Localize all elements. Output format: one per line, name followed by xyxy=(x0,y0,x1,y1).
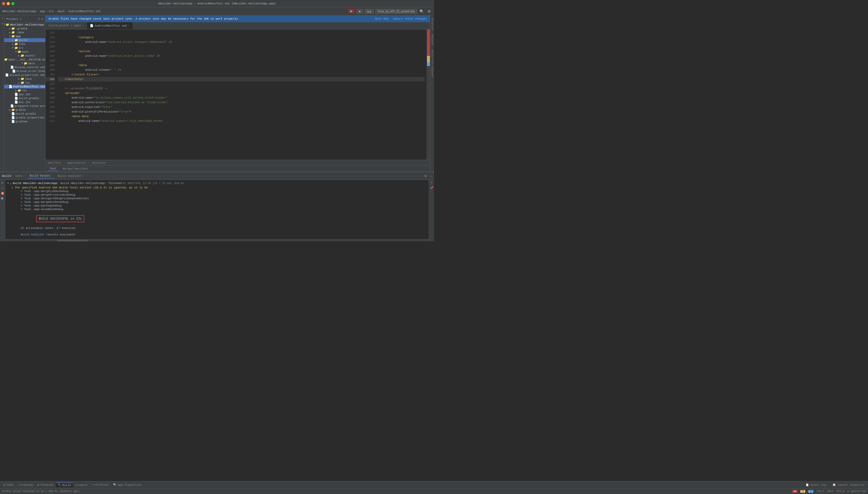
settings-icon[interactable]: ⚙ xyxy=(41,17,43,21)
tree-item-java[interactable]: ▶ 📁 java xyxy=(4,77,45,81)
tree-item-gradlew[interactable]: 📄 gradlew xyxy=(4,119,45,124)
build-output-tab[interactable]: Build Output ✕ xyxy=(28,173,55,178)
merged-manifest-tab[interactable]: Merged Manifest xyxy=(60,167,90,171)
tree-item-gradle-dir[interactable]: ▶ 📁 gradle xyxy=(4,108,45,112)
tree-item-assets[interactable]: ▶ 📁 assets xyxy=(4,54,45,58)
breadcrumb-item-4[interactable]: AndroidManifest.xml xyxy=(69,10,101,13)
sync-tab[interactable]: Sync ✕ xyxy=(14,174,26,178)
text-tab[interactable]: Text xyxy=(48,167,58,171)
code-line-306: android:name="io.dcloud.common.util.DClo… xyxy=(58,95,425,100)
breadcrumb-item-0[interactable]: HBuilder-HelloUniApp xyxy=(2,10,36,13)
tree-item-idea[interactable]: ▶ 📁 .idea xyxy=(4,31,45,34)
project-icon[interactable]: P xyxy=(0,17,4,20)
tree-item-dcloud-props[interactable]: 📄 dcloud_properties.xml xyxy=(4,73,45,77)
tree-item-libs[interactable]: ▶ 📁 libs xyxy=(4,42,45,46)
tab-androidmanifest-close[interactable]: ✕ xyxy=(128,24,130,27)
tab-build-gradle[interactable]: build.gradle (:app) ✕ xyxy=(46,22,87,29)
tree-item-apps[interactable]: 📁 apps.__UNI__D912C1B.www xyxy=(4,58,45,61)
tree-item-src[interactable]: ▼ 📁 src xyxy=(4,46,45,50)
build-header-arrow[interactable]: ▼ xyxy=(7,182,9,185)
build-analyzer-link-line: Build Analyzer results available xyxy=(21,233,413,236)
breadcrumb-item-1[interactable]: app xyxy=(40,10,45,13)
tree-item-build-gradle[interactable]: 📄 build.gradle xyxy=(4,96,45,100)
build-output-area[interactable]: ▼ ⚠ Build HBuilder-HelloUniApp: Build HB… xyxy=(5,180,429,241)
build-task-1: > Task :app:mergeLibDexDebug xyxy=(5,189,429,193)
build-result-text: BUILD SUCCESSFUL in 23s xyxy=(39,217,82,221)
code-line-295 xyxy=(58,44,425,49)
tab-build-gradle-close[interactable]: ✕ xyxy=(82,24,84,27)
search-button[interactable]: 🔍 xyxy=(418,9,425,14)
build-scrollbar[interactable] xyxy=(5,239,429,241)
build-locate-icon[interactable]: 🎯 xyxy=(1,192,4,195)
tree-item-app-iml[interactable]: 📄 app.iml xyxy=(4,92,45,96)
tree-item-build[interactable]: ▶ 📁 build xyxy=(4,38,45,42)
build-right-icons: ≡ 📌 xyxy=(429,180,434,241)
build-settings-icon[interactable]: ⚙ xyxy=(424,174,427,178)
build-analyzer-close[interactable]: ✕ xyxy=(83,174,84,177)
project-panel: Project ▾ ⟳ ⚙ ▼ 📁 HBuilder-HelloUniApp ~… xyxy=(4,16,46,172)
tree-item-gradle-props[interactable]: 📄 gradle.properties xyxy=(4,116,45,119)
build-content: ▶ ⚠ 🎯 🔍 ▼ ⚠ Build HBuilder-HelloUniApp: … xyxy=(0,180,434,241)
breadcrumb-item-2[interactable]: src xyxy=(49,10,54,13)
build-output-close[interactable]: ✕ xyxy=(51,174,52,177)
breadcrumb: HBuilder-HelloUniApp › app › src › main … xyxy=(2,10,101,13)
build-right-icon-2[interactable]: 📌 xyxy=(430,186,433,189)
run-button[interactable]: ▶ xyxy=(348,8,355,14)
structure-tab[interactable]: Structure xyxy=(430,16,434,32)
top-toolbar: HBuilder-HelloUniApp › app › src › main … xyxy=(0,7,434,16)
tree-item-proguard[interactable]: 📄 proguard-rules.pro xyxy=(4,104,45,108)
resource-icon[interactable]: R xyxy=(0,22,4,25)
right-gutter xyxy=(427,30,430,160)
build-analyzer-tab[interactable]: Build Analyzer ✕ xyxy=(56,174,86,178)
build-expand-icon[interactable]: ▶ xyxy=(2,181,3,184)
emulator-tab[interactable]: Emulator xyxy=(430,32,434,48)
sync-tab-close[interactable]: ✕ xyxy=(23,174,24,177)
breadcrumb-item-3[interactable]: main xyxy=(58,10,64,13)
tab-androidmanifest-label: AndroidManifest.xml xyxy=(94,24,127,27)
device-selector[interactable]: Pixel_3a_API_32_arm64-v8a xyxy=(375,9,417,14)
build-warn-icon[interactable]: ⚠ xyxy=(2,186,3,190)
build-right-icon-1[interactable]: ≡ xyxy=(431,181,432,184)
breadcrumb-manifest[interactable]: manifest xyxy=(48,161,61,165)
stop-button[interactable]: ■ xyxy=(357,9,363,14)
code-line-292 xyxy=(58,31,425,35)
tab-androidmanifest[interactable]: 📄 AndroidManifest.xml ✕ xyxy=(87,22,133,29)
app-selector[interactable]: app xyxy=(364,9,374,14)
main-layout: P R Project ▾ ⟳ ⚙ ▼ 📁 HBuilder-HelloUniA… xyxy=(0,16,434,241)
window-controls[interactable] xyxy=(2,2,15,5)
build-filter-icon[interactable]: 🔍 xyxy=(1,197,4,201)
tree-item-dcloud-error[interactable]: 📄 dcloud_error.html xyxy=(4,69,45,73)
maximize-button[interactable] xyxy=(11,2,15,5)
scrollbar-thumb[interactable] xyxy=(57,240,88,241)
device-file-tab[interactable]: Device File Explorer xyxy=(430,48,434,79)
build-minimize-icon[interactable]: — xyxy=(430,174,432,178)
build-task-2: > Task :app:mergeProjectDexDebug xyxy=(5,193,429,197)
close-button[interactable] xyxy=(2,2,5,5)
tree-item-data[interactable]: ▼ 📁 data xyxy=(4,61,45,65)
tree-item-res-inner[interactable]: ▶ 📁 res xyxy=(4,81,45,85)
sync-icon[interactable]: ⟳ xyxy=(38,17,40,21)
build-label: Build: xyxy=(2,174,13,177)
tree-item-res-outer[interactable]: ▶ 📁 res xyxy=(4,89,45,92)
tree-item-androidmanifest[interactable]: 📄 AndroidManifest.xml xyxy=(4,85,45,89)
tree-item-root[interactable]: ▼ 📁 HBuilder-HelloUniApp ~/Downloads/lat… xyxy=(4,23,45,26)
tree-item-app[interactable]: ▼ 📁 app xyxy=(4,34,45,38)
tree-item-key-jks[interactable]: 📄 key.jks xyxy=(4,100,45,104)
sync-now-link[interactable]: Sync Now xyxy=(375,17,388,20)
tree-item-root-build-gradle[interactable]: 📄 build.gradle xyxy=(4,112,45,116)
build-timestamp: At 2022/3/8, 11:34 上午 | 23 sec, 914 ms xyxy=(123,182,184,185)
breadcrumb-application[interactable]: application xyxy=(67,161,86,165)
code-content[interactable]: <category android:name="android.intent.c… xyxy=(56,30,427,160)
tree-item-dcloud-control[interactable]: 📄 dcloud_control.xml xyxy=(4,65,45,69)
window-title: HBuilder-HelloUniApp – AndroidManifest.x… xyxy=(158,2,276,5)
code-line-307: android:authorities="com.android.HelloH5… xyxy=(58,100,425,105)
editor-area: Gradle files have changed since last pro… xyxy=(46,16,430,172)
settings-button[interactable]: ⚙ xyxy=(427,9,432,14)
breadcrumb-activity[interactable]: activity xyxy=(92,161,106,165)
tree-item-main[interactable]: ▼ 📁 main xyxy=(4,50,45,54)
tree-item-gradle[interactable]: ▶ 📁 .gradle xyxy=(4,26,45,31)
build-analyzer-link[interactable]: Build Analyzer xyxy=(21,233,44,236)
minimize-button[interactable] xyxy=(7,2,10,5)
ignore-link[interactable]: Ignore these changes xyxy=(393,17,427,20)
toolbar-right: ▶ ■ app Pixel_3a_API_32_arm64-v8a 🔍 ⚙ xyxy=(348,8,432,14)
